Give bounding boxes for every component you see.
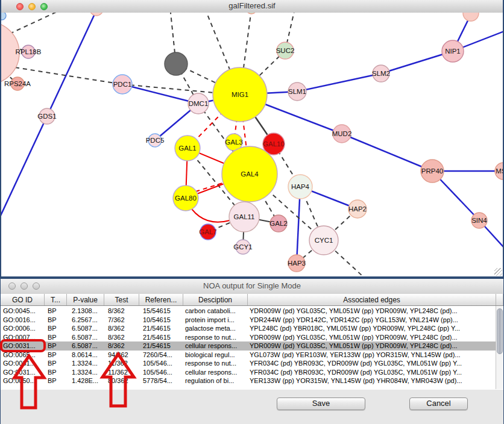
table-row[interactable]: GO:0016...BP6.2567...7/36210/54615protei… — [1, 316, 503, 325]
cell: BP — [45, 351, 67, 360]
cell: 8/362 — [104, 307, 139, 316]
cell: GO:0045... — [1, 307, 45, 316]
cell: BP — [45, 368, 67, 377]
network-edge[interactable] — [169, 13, 175, 53]
node-topright-partial[interactable] — [463, 13, 479, 21]
cell: 8.0614... — [67, 351, 104, 360]
cell: YFR034C (pd) YBR093C, YDR009W (pd) YGL03… — [248, 368, 496, 377]
cell: BP — [45, 316, 67, 325]
cell: 15/54615 — [139, 307, 183, 316]
cell: YDR009W (pd) YGL035C, YML051W (pp) YDR00… — [248, 307, 496, 316]
table-row[interactable]: GO:0006...BP6.5087...8/36221/54615galact… — [1, 324, 503, 333]
table-row[interactable]: GO:0031...BP6.5087...8/36221/54615cellul… — [1, 341, 503, 351]
node-label-SIN4: SIN4 — [471, 217, 487, 224]
cell: GO:0031... — [1, 341, 45, 351]
cell: 11/362 — [104, 368, 139, 377]
scrollbar-thumb[interactable] — [497, 308, 503, 354]
cell: protein import i... — [183, 316, 248, 325]
node-top-partial-green[interactable] — [246, 13, 257, 14]
cell: 7260/54... — [139, 351, 183, 360]
cell: BP — [45, 307, 67, 316]
node-unnamed-topleft[interactable] — [1, 13, 6, 20]
cell: GO:0031... — [1, 359, 45, 368]
cell: GO:0031... — [1, 368, 45, 377]
column-header-0[interactable]: GO ID — [1, 294, 45, 305]
column-header-4[interactable]: Referen... — [139, 294, 183, 305]
table-header-row: GO IDT...P-valueTestReferen...Desciption… — [1, 294, 503, 306]
network-edge[interactable] — [122, 84, 198, 104]
table-row[interactable]: GO:0045...BP2.1308...8/36215/54615carbon… — [1, 307, 503, 316]
node-label-MIG1: MIG1 — [232, 91, 248, 98]
cell: GO:0065... — [1, 351, 45, 360]
screenshot-root: { "net_window": { "title": "galFiltered.… — [0, 0, 504, 424]
node-label-SLM1: SLM1 — [288, 88, 306, 95]
column-header-6[interactable]: Associated edges — [248, 294, 496, 305]
node-label-PRP40: PRP40 — [421, 167, 443, 175]
node-label-GAL1: GAL1 — [178, 145, 196, 152]
table-row[interactable]: GO:0031...BP1.3324...11/362105/546...cel… — [1, 368, 503, 377]
table-body[interactable]: GO:0045...BP2.1308...8/36215/54615carbon… — [1, 306, 503, 390]
column-header-3[interactable]: Test — [104, 294, 139, 305]
node-dark-gray[interactable] — [165, 52, 187, 75]
column-header-5[interactable]: Desciption — [183, 294, 248, 305]
cell: 6.5087... — [67, 324, 104, 333]
cell: BP — [45, 341, 67, 351]
cell: carbon cataboli... — [183, 307, 248, 316]
cell: YGL073W (pd) YER103W, YER133W (pp) YOR31… — [248, 351, 496, 360]
network-edge[interactable] — [297, 73, 381, 92]
table-row[interactable]: GO:0065...BP8.0614...94/3627260/54...bio… — [1, 351, 503, 360]
node-label-GAL3: GAL3 — [225, 139, 242, 146]
node-label-PDC1: PDC1 — [113, 81, 132, 88]
cell: 5778/54... — [139, 376, 183, 385]
cell: 1.3324... — [67, 359, 104, 368]
noa-window-titlebar[interactable]: NOA output for Single Mode — [1, 279, 503, 295]
node-label-SLM2: SLM2 — [372, 70, 390, 77]
column-header-2[interactable]: P-value — [67, 294, 104, 305]
node-label-CYC1: CYC1 — [315, 237, 333, 244]
network-edge[interactable] — [10, 13, 80, 34]
cancel-button[interactable]: Cancel — [409, 398, 468, 410]
cell: 21/54615 — [139, 324, 183, 333]
node-label-HAP4: HAP4 — [291, 183, 310, 190]
cell: YDR009W (pd) YGL035C, YML051W (pp) YDR00… — [248, 333, 496, 342]
cell: YER133W (pp) YOR315W, YNL145W (pd) YHR08… — [248, 376, 496, 385]
cell: 8/362 — [104, 324, 139, 333]
cell: 11/362 — [104, 359, 139, 368]
cell: 8/362 — [104, 333, 139, 342]
cell: YFR034C (pd) YBR093C, YDR009W (pd) YGL03… — [248, 359, 496, 368]
node-label-DMC1: DMC1 — [189, 100, 209, 107]
noa-output-window: NOA output for Single Mode GO IDT...P-va… — [1, 279, 503, 424]
node-top-partial-1[interactable] — [90, 13, 103, 16]
table-row[interactable]: GO:0031...BP1.3324...11/362105/546...res… — [1, 359, 503, 368]
cell: 80/362 — [104, 376, 139, 385]
save-button[interactable]: Save — [277, 398, 365, 410]
node-label-RPL18B: RPL18B — [16, 48, 42, 55]
table-row[interactable]: GO:0050...BP1.428E...80/3625778/54...reg… — [1, 376, 503, 385]
noa-window-title: NOA output for Single Mode — [1, 281, 503, 290]
cell: 1.3324... — [67, 368, 104, 377]
cell: GO:0050... — [1, 376, 45, 385]
node-label-RPS24A: RPS24A — [4, 80, 31, 87]
cell: 1.428E... — [67, 376, 104, 385]
cell: GO:0007... — [1, 333, 45, 342]
network-graph[interactable]: MSNRPL18BRPS24AGDS1PDC1DMC1SUC2SLM1SLM2N… — [1, 13, 503, 276]
node-label-MSN: MSN — [496, 167, 503, 175]
cell: 2.1308... — [67, 307, 104, 316]
node-label-GDS1: GDS1 — [37, 113, 56, 120]
cell: 7/362 — [104, 316, 139, 325]
network-edge[interactable] — [342, 134, 432, 171]
node-label-GCY1: GCY1 — [233, 243, 252, 251]
network-canvas[interactable]: MSNRPL18BRPS24AGDS1PDC1DMC1SUC2SLM1SLM2N… — [1, 13, 503, 276]
network-window-titlebar[interactable]: galFiltered.sif — [1, 0, 503, 13]
cell: GO:0016... — [1, 316, 45, 325]
cell: BP — [45, 333, 67, 342]
cell: 6.5087... — [67, 341, 104, 351]
node-label-GAL4: GAL4 — [241, 170, 259, 178]
cell: 21/54615 — [139, 333, 183, 342]
cell: BP — [45, 359, 67, 368]
table-row[interactable]: GO:0007...BP6.5087...8/36221/54615respon… — [1, 333, 503, 342]
network-window: galFiltered.sif MSNRPL18BRPS24AGDS1PDC1D… — [1, 0, 503, 276]
resize-grip[interactable] — [494, 268, 502, 276]
table-scrollbar[interactable] — [496, 306, 503, 389]
column-header-1[interactable]: T... — [45, 294, 67, 305]
